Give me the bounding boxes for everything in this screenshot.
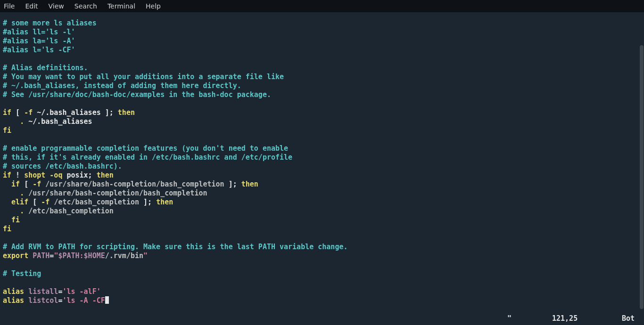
vim-status-line: " 121,25 Bot	[3, 314, 637, 323]
code-line: . /etc/bash_completion	[3, 207, 114, 215]
code-line: if [ -f ~/.bash_aliases ]; then	[3, 108, 135, 117]
menu-search[interactable]: Search	[74, 2, 97, 10]
menu-view[interactable]: View	[49, 2, 64, 10]
code-line: # sources /etc/bash.bashrc).	[3, 162, 122, 171]
editor-content[interactable]: # some more ls aliases #alias ll='ls -l'…	[0, 12, 644, 305]
scrollbar[interactable]	[639, 12, 644, 325]
status-scroll: Bot	[622, 314, 635, 323]
code-line: . /usr/share/bash-completion/bash_comple…	[3, 189, 207, 197]
code-line: alias listcol='ls -A -CF	[3, 296, 109, 305]
code-line: # some more ls aliases	[3, 19, 97, 27]
code-line: # Add RVM to PATH for scripting. Make su…	[3, 243, 348, 251]
code-line: #alias l='ls -CF'	[3, 46, 75, 54]
code-line: elif [ -f /etc/bash_completion ]; then	[3, 198, 173, 206]
code-line: alias listall='ls -alF'	[3, 287, 101, 296]
code-line: export PATH="$PATH:$HOME/.rvm/bin"	[3, 252, 148, 260]
status-position: 121,25	[552, 314, 578, 323]
code-line: # You may want to put all your additions…	[3, 73, 284, 81]
menu-help[interactable]: Help	[146, 2, 161, 10]
scrollbar-thumb[interactable]	[640, 45, 644, 309]
code-line: #alias la='ls -A'	[3, 37, 75, 45]
code-line: fi	[3, 126, 11, 135]
terminal-area[interactable]: # some more ls aliases #alias ll='ls -l'…	[0, 12, 644, 325]
code-line: # Testing	[3, 269, 41, 278]
code-line: # enable programmable completion feature…	[3, 144, 288, 153]
code-line: #alias ll='ls -l'	[3, 28, 75, 36]
status-quote: "	[507, 314, 512, 323]
code-line: . ~/.bash_aliases	[3, 117, 92, 126]
menu-terminal[interactable]: Terminal	[107, 2, 135, 10]
code-line: # ~/.bash_aliases, instead of adding the…	[3, 81, 241, 90]
code-line: fi	[3, 216, 20, 224]
menu-edit[interactable]: Edit	[25, 2, 38, 10]
code-line: if ! shopt -oq posix; then	[3, 171, 114, 179]
code-line: # See /usr/share/doc/bash-doc/examples i…	[3, 90, 271, 99]
code-line: # Alias definitions.	[3, 64, 88, 72]
menubar: File Edit View Search Terminal Help	[0, 0, 644, 12]
cursor-icon	[105, 296, 109, 304]
code-line: # this, if it's already enabled in /etc/…	[3, 153, 292, 162]
menu-file[interactable]: File	[4, 2, 15, 10]
code-line: if [ -f /usr/share/bash-completion/bash_…	[3, 180, 258, 188]
code-line: fi	[3, 225, 11, 233]
